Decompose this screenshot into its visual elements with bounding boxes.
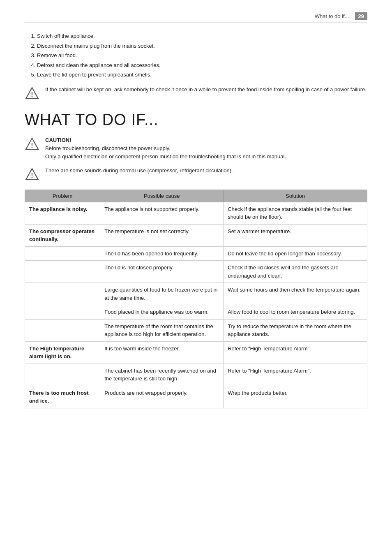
intro-step-5: Leave the lid open to prevent unpleasant…	[37, 71, 367, 79]
table-cell-cause: Large quantities of food to be frozen we…	[100, 283, 224, 305]
table-cell-solution: Check if the lid closes well and the gas…	[224, 261, 367, 283]
caution-icon: !	[25, 137, 39, 152]
caution-text-1: Before troubleshooting, disconnect the p…	[45, 145, 171, 151]
intro-step-3: Remove all food.	[37, 51, 367, 60]
svg-text:!: !	[31, 91, 33, 98]
caution-label: CAUTION!	[45, 137, 71, 143]
table-cell-solution: Do not leave the lid open longer than ne…	[224, 246, 367, 261]
table-cell-problem: The compressor operates continually.	[25, 224, 100, 246]
caution-text: CAUTION! Before troubleshooting, disconn…	[45, 136, 286, 161]
table-cell-solution: Refer to "High Temperature Alarm".	[224, 341, 367, 364]
caution-block: ! CAUTION! Before troubleshooting, disco…	[25, 136, 367, 161]
table-row: The compressor operates continually.The …	[25, 224, 367, 246]
table-cell-solution: Check if the appliance stands stable (al…	[224, 202, 367, 224]
svg-text:!: !	[31, 172, 33, 179]
table-cell-problem: The appliance is noisy.	[25, 202, 100, 224]
intro-step-2: Disconnect the mains plug from the mains…	[37, 42, 367, 50]
page-number: 29	[355, 12, 367, 20]
table-cell-problem	[25, 283, 100, 305]
table-row: The High temperature alarm light is on.I…	[25, 341, 367, 364]
table-row: Food placed in the appliance was too war…	[25, 305, 367, 320]
table-cell-problem	[25, 261, 100, 283]
sounds-note-block: ! There are some sounds during normal us…	[25, 167, 367, 182]
intro-warning-block: ! If the cabinet will be kept on, ask so…	[25, 86, 367, 101]
svg-text:!: !	[31, 142, 33, 149]
table-cell-cause: The temperature is not set correctly.	[100, 224, 224, 246]
table-cell-problem: The High temperature alarm light is on.	[25, 341, 100, 364]
table-cell-cause: The cabinet has been recently switched o…	[100, 364, 224, 386]
table-cell-solution: Refer to "High Temperature Alarm".	[224, 364, 367, 386]
table-header-solution: Solution	[224, 190, 367, 202]
table-cell-problem	[25, 364, 100, 386]
table-cell-solution: Wrap the products better.	[224, 386, 367, 408]
intro-step-1: Switch off the appliance.	[37, 32, 367, 40]
page: What to do if... 29 Switch off the appli…	[0, 0, 392, 556]
table-cell-problem	[25, 305, 100, 320]
table-cell-cause: The appliance is not supported properly.	[100, 202, 224, 224]
table-header-cause: Possible cause	[100, 190, 224, 202]
table-cell-cause: Products are not wrapped properly.	[100, 386, 224, 408]
table-cell-solution: Allow food to cool to room temperature b…	[224, 305, 367, 320]
table-cell-problem: There is too much frost and ice.	[25, 386, 100, 408]
intro-list: Switch off the appliance.Disconnect the …	[37, 32, 367, 79]
table-cell-cause: The temperature of the room that contain…	[100, 319, 224, 341]
table-cell-problem	[25, 319, 100, 341]
table-cell-cause: The lid has been opened too frequently.	[100, 246, 224, 261]
table-cell-solution: Try to reduce the temperature in the roo…	[224, 319, 367, 341]
sounds-note-text: There are some sounds during normal use …	[45, 167, 233, 175]
table-row: Large quantities of food to be frozen we…	[25, 283, 367, 305]
table-cell-solution: Wait some hours and then check the tempe…	[224, 283, 367, 305]
warning-icon: !	[25, 86, 39, 101]
header-bar: What to do if... 29	[25, 12, 367, 23]
troubleshooting-table-container: Problem Possible cause Solution The appl…	[25, 190, 367, 408]
table-cell-cause: It is too warm inside the freezer.	[100, 341, 224, 364]
table-row: The lid is not closed properly.Check if …	[25, 261, 367, 283]
table-row: The temperature of the room that contain…	[25, 319, 367, 341]
intro-warning-text: If the cabinet will be kept on, ask some…	[45, 86, 367, 94]
table-row: There is too much frost and ice.Products…	[25, 386, 367, 408]
troubleshooting-table: Problem Possible cause Solution The appl…	[25, 190, 367, 408]
table-cell-problem	[25, 246, 100, 261]
sounds-warning-icon: !	[25, 167, 39, 182]
table-header-problem: Problem	[25, 190, 100, 202]
table-row: The appliance is noisy.The appliance is …	[25, 202, 367, 224]
table-cell-solution: Set a warmer temperature.	[224, 224, 367, 246]
table-row: The lid has been opened too frequently.D…	[25, 246, 367, 261]
section-title: WHAT TO DO IF...	[25, 111, 367, 129]
table-cell-cause: The lid is not closed properly.	[100, 261, 224, 283]
table-row: The cabinet has been recently switched o…	[25, 364, 367, 386]
header-title: What to do if...	[315, 13, 349, 19]
caution-text-2: Only a qualified electrician or competen…	[45, 153, 286, 160]
table-cell-cause: Food placed in the appliance was too war…	[100, 305, 224, 320]
intro-step-4: Defrost and clean the appliance and all …	[37, 61, 367, 70]
